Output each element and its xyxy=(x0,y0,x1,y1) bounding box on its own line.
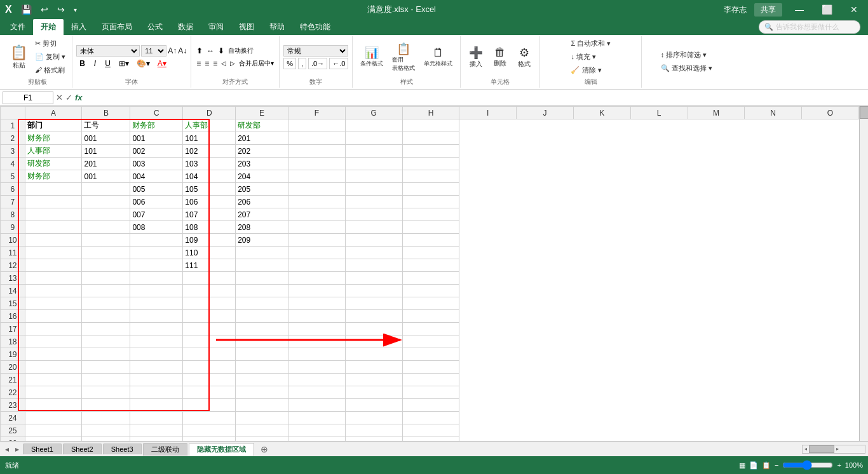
tab-special[interactable]: 特色功能 xyxy=(292,19,338,35)
restore-button[interactable]: ⬜ xyxy=(817,3,837,16)
cell-r16-c6[interactable] xyxy=(288,310,346,323)
font-increase-icon[interactable]: A↑ xyxy=(168,46,177,55)
find-select-button[interactable]: 🔍 查找和选择 ▾ xyxy=(658,62,715,74)
cell-r13-c1[interactable] xyxy=(25,272,82,285)
col-header-l[interactable]: L xyxy=(630,107,688,119)
cell-r4-c3[interactable]: 003 xyxy=(130,158,183,170)
quick-redo-icon[interactable]: ↪ xyxy=(55,3,67,16)
cell-r25-c2[interactable] xyxy=(82,424,130,437)
cell-r5-c1[interactable]: 财务部 xyxy=(25,170,82,183)
cell-r4-c7[interactable] xyxy=(345,158,402,170)
zoom-out-button[interactable]: − xyxy=(775,461,778,462)
cell-r6-c6[interactable] xyxy=(288,183,346,196)
cell-r20-c3[interactable] xyxy=(130,361,183,374)
cell-r14-c2[interactable] xyxy=(82,285,130,297)
cell-r21-c5[interactable] xyxy=(236,374,288,386)
cell-r5-c8[interactable] xyxy=(402,170,459,183)
cell-r9-c5[interactable]: 208 xyxy=(236,221,288,234)
delete-cell-button[interactable]: 🗑 删除 xyxy=(489,44,512,70)
cell-r12-c1[interactable] xyxy=(25,259,82,272)
cell-r13-c8[interactable] xyxy=(402,272,459,285)
cell-style-button[interactable]: 🗒 单元格样式 xyxy=(420,44,456,70)
cell-r9-c3[interactable]: 008 xyxy=(130,221,183,234)
search-bar[interactable]: 🔍 告诉我你想要做什么 xyxy=(759,20,860,34)
cell-r24-c5[interactable] xyxy=(236,412,288,424)
tab-data[interactable]: 数据 xyxy=(170,19,201,35)
cell-r23-c2[interactable] xyxy=(82,399,130,412)
tab-view[interactable]: 视图 xyxy=(231,19,262,35)
cell-r3-c4[interactable]: 102 xyxy=(183,145,236,158)
cell-r12-c5[interactable] xyxy=(236,259,288,272)
cell-r22-c8[interactable] xyxy=(402,386,459,399)
cell-r18-c7[interactable] xyxy=(345,335,402,348)
cell-r1-c2[interactable]: 工号 xyxy=(82,119,130,132)
cell-r6-c7[interactable] xyxy=(345,183,402,196)
cell-r11-c2[interactable] xyxy=(82,247,130,259)
cell-r2-c7[interactable] xyxy=(345,132,402,145)
cell-r25-c7[interactable] xyxy=(345,424,402,437)
cell-r1-c3[interactable]: 财务部 xyxy=(130,119,183,132)
cell-r6-c1[interactable] xyxy=(25,183,82,196)
thousands-button[interactable]: , xyxy=(298,58,306,69)
share-button[interactable]: 共享 xyxy=(754,3,782,17)
align-left-button[interactable]: ≡ xyxy=(195,58,202,69)
align-center-button[interactable]: ≡ xyxy=(203,58,210,69)
cell-r20-c4[interactable] xyxy=(183,361,236,374)
cell-r22-c3[interactable] xyxy=(130,386,183,399)
cell-r8-c8[interactable] xyxy=(402,208,459,221)
cell-r4-c6[interactable] xyxy=(288,158,346,170)
cell-r24-c6[interactable] xyxy=(288,412,346,424)
paste-button[interactable]: 📋 粘贴 xyxy=(6,43,31,72)
cell-r1-c1[interactable]: 部门 xyxy=(25,119,82,132)
cell-r5-c4[interactable]: 104 xyxy=(183,170,236,183)
cell-r6-c2[interactable] xyxy=(82,183,130,196)
cell-r18-c4[interactable] xyxy=(183,335,236,348)
cell-r23-c8[interactable] xyxy=(402,399,459,412)
sheet-tab-sheet1[interactable]: Sheet1 xyxy=(23,444,62,454)
cell-r19-c8[interactable] xyxy=(402,348,459,361)
cut-button[interactable]: ✂ 剪切 xyxy=(32,37,68,50)
scroll-thumb[interactable] xyxy=(860,106,868,119)
italic-button[interactable]: I xyxy=(91,58,99,69)
cell-r4-c1[interactable]: 研发部 xyxy=(25,158,82,170)
quick-access-more[interactable]: ▾ xyxy=(71,5,79,15)
tab-insert[interactable]: 插入 xyxy=(64,19,94,35)
cell-r24-c2[interactable] xyxy=(82,412,130,424)
cell-r18-c8[interactable] xyxy=(402,335,459,348)
cell-r7-c4[interactable]: 106 xyxy=(183,196,236,208)
format-painter-button[interactable]: 🖌 格式刷 xyxy=(32,64,68,76)
cell-r13-c4[interactable] xyxy=(183,272,236,285)
cell-r11-c7[interactable] xyxy=(345,247,402,259)
cell-r10-c5[interactable]: 209 xyxy=(236,234,288,247)
horizontal-scrollbar[interactable]: ◂ ▸ xyxy=(802,445,865,454)
cell-r17-c1[interactable] xyxy=(25,323,82,335)
cell-r3-c7[interactable] xyxy=(345,145,402,158)
cell-r15-c2[interactable] xyxy=(82,297,130,310)
sheet-tab-hide-nodata[interactable]: 隐藏无数据区域 xyxy=(189,443,254,456)
cell-r13-c5[interactable] xyxy=(236,272,288,285)
cell-r22-c4[interactable] xyxy=(183,386,236,399)
fill-button[interactable]: ↓ 填充 ▾ xyxy=(568,51,613,63)
cell-r10-c8[interactable] xyxy=(402,234,459,247)
cell-r23-c7[interactable] xyxy=(345,399,402,412)
cell-r11-c8[interactable] xyxy=(402,247,459,259)
col-header-j[interactable]: J xyxy=(517,107,574,119)
cell-r16-c2[interactable] xyxy=(82,310,130,323)
align-right-button[interactable]: ≡ xyxy=(212,58,219,69)
cell-ref-input[interactable] xyxy=(3,91,53,104)
cell-r17-c3[interactable] xyxy=(130,323,183,335)
cell-r3-c8[interactable] xyxy=(402,145,459,158)
cell-r8-c3[interactable]: 007 xyxy=(130,208,183,221)
align-top-button[interactable]: ⬆ xyxy=(195,45,204,57)
cell-r1-c5[interactable]: 研发部 xyxy=(236,119,288,132)
cell-r12-c7[interactable] xyxy=(345,259,402,272)
tab-review[interactable]: 审阅 xyxy=(201,19,231,35)
cell-r16-c5[interactable] xyxy=(236,310,288,323)
cell-r5-c2[interactable]: 001 xyxy=(82,170,130,183)
cell-r5-c6[interactable] xyxy=(288,170,346,183)
cell-r24-c7[interactable] xyxy=(345,412,402,424)
cell-r25-c4[interactable] xyxy=(183,424,236,437)
h-scroll-thumb[interactable] xyxy=(809,445,834,453)
cell-r17-c2[interactable] xyxy=(82,323,130,335)
cell-r10-c4[interactable]: 109 xyxy=(183,234,236,247)
